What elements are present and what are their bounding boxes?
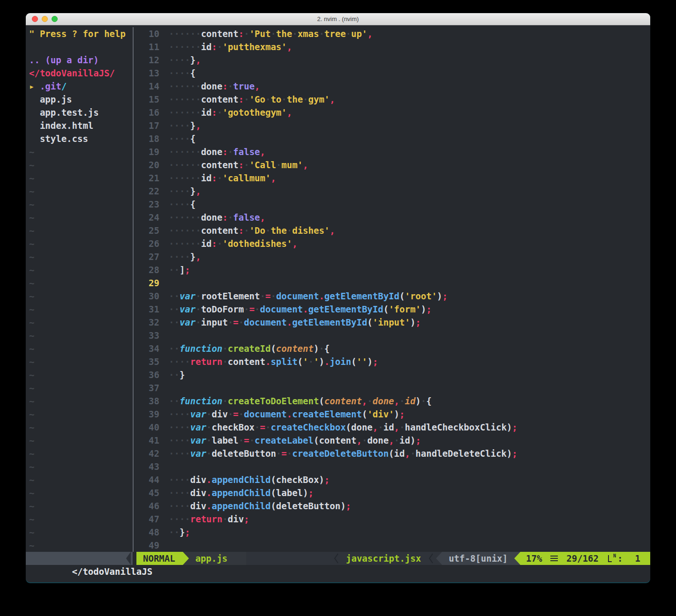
token-pink: ,	[389, 435, 394, 445]
token-tilde: ~	[29, 501, 34, 511]
code-line[interactable]: 13····{	[134, 67, 650, 80]
token-fg: {	[190, 134, 195, 144]
minimize-button[interactable]	[42, 16, 48, 22]
file-tree-sidebar[interactable]: " Press ? for help.. (up a dir)</todoVan…	[26, 27, 133, 552]
token-fg: index.html	[29, 120, 93, 131]
code-line[interactable]: 14······done:·true,	[134, 80, 650, 93]
tree-item-app-js[interactable]: app.js	[26, 93, 133, 106]
code-line[interactable]: 12····},	[134, 53, 650, 67]
code-line[interactable]: 42····var·deleteButton·=·createDeleteBut…	[134, 447, 650, 460]
code-line[interactable]: 28··];	[134, 263, 650, 276]
token-fg: )	[394, 409, 399, 419]
statusline-filename: app.js	[189, 552, 247, 565]
code-line[interactable]: 43	[134, 460, 650, 473]
code-line[interactable]: 27····},	[134, 250, 650, 263]
code-line[interactable]: 37	[134, 381, 650, 394]
whitespace-dots: ·	[260, 291, 265, 301]
token-fg: (	[346, 422, 351, 432]
token-def: createId	[228, 343, 271, 354]
token-pink: ,	[292, 238, 297, 249]
whitespace-dots: ·	[378, 422, 383, 432]
code-line[interactable]: 33	[134, 329, 650, 342]
cursor-column: 1	[635, 552, 640, 565]
up-dir-item[interactable]: .. (up a dir)	[26, 53, 133, 67]
token-pink: :	[239, 225, 244, 236]
token-pink: =	[281, 448, 286, 459]
code-line[interactable]: 34··function·createId(content)·{	[134, 342, 650, 355]
tree-item-index-html[interactable]: index.html	[26, 119, 133, 132]
token-tilde: ~	[29, 330, 34, 341]
token-pink: =	[233, 317, 238, 327]
token-str: '	[314, 356, 319, 367]
line-number: 31	[141, 303, 159, 316]
token-fg: (	[270, 501, 276, 511]
code-line[interactable]: 20······content:·'Call·mum',	[134, 158, 650, 171]
tree-item-app-test-js[interactable]: app.test.js	[26, 106, 133, 119]
token-bool: false	[233, 212, 260, 223]
token-fg: (	[367, 317, 372, 327]
code-line[interactable]: 48··};	[134, 526, 650, 539]
whitespace-dots: ·	[249, 435, 255, 445]
token-str: 'Put	[249, 29, 271, 39]
code-line[interactable]: 32··var·input·=·document.getElementById(…	[134, 316, 650, 329]
code-line[interactable]: 11······id:·'putthexmas',	[134, 40, 650, 53]
code-text: ······id:·'callmum',	[169, 173, 276, 183]
empty-line-tilde: ~	[26, 263, 133, 276]
code-editor[interactable]: 10······content:·'Put·the·xmas·tree·up',…	[134, 27, 650, 552]
code-line[interactable]: 35····return·content.split('·').join('')…	[134, 355, 650, 368]
code-line[interactable]: 45····div.appendChild(label);	[134, 486, 650, 499]
token-pink: ,	[287, 107, 292, 118]
code-line[interactable]: 31··var·toDoForm·=·document.getElementBy…	[134, 303, 650, 316]
whitespace-dots: ·	[228, 212, 233, 223]
code-line[interactable]: 18····{	[134, 132, 650, 145]
line-number: 35	[141, 355, 159, 368]
close-button[interactable]	[32, 16, 38, 22]
sidebar-statusline-path: </todoVanillaJS	[72, 566, 153, 577]
token-str: 'input'	[373, 317, 410, 327]
token-pink: ,	[195, 55, 201, 65]
terminal-window: 2. nvim . (nvim) " Press ? for help.. (u…	[26, 13, 650, 582]
token-str: xmas	[298, 29, 319, 39]
code-line[interactable]: 39····var·div·=·document.createElement('…	[134, 408, 650, 421]
code-line[interactable]: 16······id:·'gotothegym',	[134, 106, 650, 119]
whitespace-dots: ·	[195, 304, 201, 314]
tree-root[interactable]: </todoVanillaJS/	[26, 67, 133, 80]
line-number: 38	[141, 394, 159, 408]
token-pink: ,	[356, 435, 361, 445]
code-line[interactable]: 29	[134, 276, 650, 289]
tree-item-style-css[interactable]: style.css	[26, 132, 133, 145]
whitespace-dots: ····	[169, 448, 190, 459]
code-line[interactable]: 22····},	[134, 185, 650, 198]
token-fn: createLabel	[255, 435, 314, 445]
zoom-button[interactable]	[52, 16, 58, 22]
token-fg: )	[507, 448, 512, 459]
code-line[interactable]: 40····var·checkBox·=·createCheckbox(done…	[134, 421, 650, 434]
code-line[interactable]: 44····div.appendChild(checkBox);	[134, 473, 650, 486]
code-line[interactable]: 30··var·rootElement·=·document.getElemen…	[134, 289, 650, 303]
token-pink: =	[260, 422, 265, 432]
code-line[interactable]: 19······done:·false,	[134, 145, 650, 158]
code-line[interactable]: 36··}	[134, 368, 650, 381]
code-line[interactable]: 24······done:·false,	[134, 211, 650, 224]
code-line[interactable]: 15······content:·'Go·to·the·gym',	[134, 93, 650, 106]
code-line[interactable]: 41····var·label·=·createLabel(content,·d…	[134, 434, 650, 447]
token-str: 'Call	[249, 160, 276, 170]
code-line[interactable]: 38··function·createToDoElement(content,·…	[134, 394, 650, 408]
whitespace-dots: ····	[169, 514, 190, 524]
code-line[interactable]: 23····{	[134, 198, 650, 211]
code-line[interactable]: 10······content:·'Put·the·xmas·tree·up',	[134, 27, 650, 40]
titlebar[interactable]: 2. nvim . (nvim)	[26, 13, 650, 25]
code-line[interactable]: 21······id:·'callmum',	[134, 171, 650, 185]
whitespace-dots: ·	[217, 107, 222, 118]
code-text: ····return·div;	[169, 514, 249, 524]
token-fg: content	[201, 94, 239, 104]
code-text: ······done:·false,	[169, 147, 265, 157]
code-line[interactable]: 26······id:·'dothedishes',	[134, 237, 650, 250]
tree-item-git-dir[interactable]: ▸ .git/	[26, 80, 133, 93]
code-line[interactable]: 25······content:·'Do·the·dishes',	[134, 224, 650, 237]
whitespace-dots: ·	[346, 29, 351, 39]
code-line[interactable]: 17····},	[134, 119, 650, 132]
code-line[interactable]: 47····return·div;	[134, 512, 650, 526]
code-line[interactable]: 49	[134, 539, 650, 552]
code-line[interactable]: 46····div.appendChild(deleteButton);	[134, 499, 650, 512]
